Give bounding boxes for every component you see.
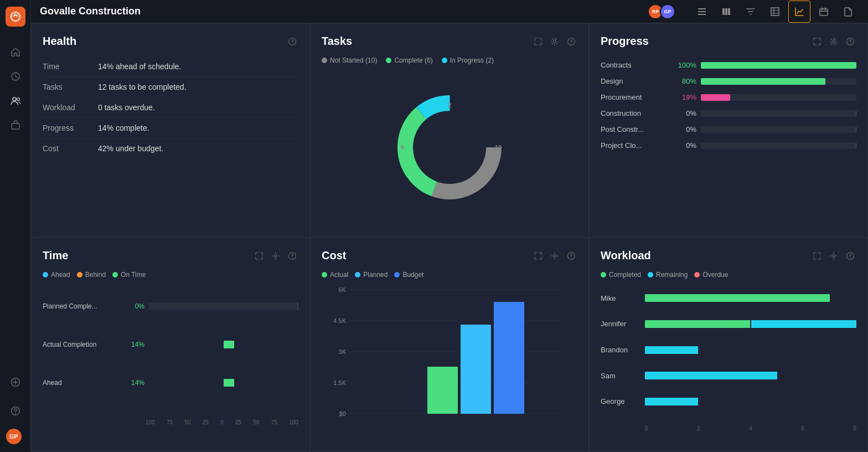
calendar-icon[interactable] [813, 1, 835, 23]
svg-rect-47 [461, 325, 491, 414]
avatar-gp[interactable]: GP [660, 4, 675, 19]
progress-rows: Contracts 100% Design 80% Procurement 19… [601, 56, 856, 157]
cost-legend: Actual Planned Budget [322, 271, 577, 279]
filter-icon[interactable] [740, 1, 762, 23]
workload-chart: Mike Jennifer Brandon [601, 285, 856, 440]
health-help-icon[interactable] [286, 35, 298, 48]
workload-expand-icon[interactable] [811, 250, 823, 262]
svg-point-35 [571, 258, 572, 259]
progress-project-close: Project Clo... 0% [601, 141, 856, 150]
sidebar-item-home[interactable] [6, 42, 25, 62]
workload-title: Workload [601, 249, 651, 262]
document-icon[interactable] [837, 1, 859, 23]
table-view-icon[interactable] [764, 1, 786, 23]
topbar: Govalle Construction RP GP [31, 0, 868, 23]
svg-rect-46 [427, 367, 458, 414]
cost-legend-actual: Actual [322, 271, 348, 279]
svg-point-20 [571, 43, 572, 44]
time-settings-icon[interactable] [270, 250, 282, 262]
svg-point-29 [850, 43, 851, 44]
tasks-header: Tasks [322, 35, 577, 48]
progress-help-icon[interactable] [844, 35, 856, 48]
cost-panel: Cost Actual [310, 238, 589, 452]
svg-point-49 [833, 254, 835, 257]
workload-legend-completed: Completed [601, 271, 641, 279]
time-legend-behind: Behind [77, 271, 106, 279]
cost-header: Cost [322, 249, 577, 262]
health-row-time: Time 14% ahead of schedule. [43, 56, 298, 77]
sidebar-item-add[interactable] [6, 372, 25, 392]
columns-view-icon[interactable] [715, 1, 737, 23]
tasks-expand-icon[interactable] [532, 35, 544, 48]
page-title: Govalle Construction [40, 6, 644, 17]
sidebar-item-help[interactable] [6, 401, 25, 421]
svg-point-0 [11, 12, 20, 21]
avatar-group: RP GP [651, 4, 675, 19]
tasks-panel: Tasks Not Started (10) [310, 23, 589, 238]
user-avatar[interactable]: GP [5, 428, 23, 445]
workload-settings-icon[interactable] [828, 250, 840, 262]
svg-text:6: 6 [401, 144, 404, 151]
svg-text:4.5K: 4.5K [333, 317, 346, 324]
progress-contracts: Contracts 100% [601, 61, 856, 69]
time-actions [253, 250, 298, 262]
svg-rect-4 [12, 124, 19, 129]
time-expand-icon[interactable] [253, 250, 265, 262]
svg-rect-11 [722, 8, 725, 15]
workload-mike: Mike [601, 294, 856, 302]
sidebar-item-people[interactable] [6, 91, 25, 111]
time-row-ahead: Ahead 14% [43, 379, 298, 387]
main-content: Govalle Construction RP GP [31, 0, 868, 452]
dashboard-icon[interactable] [788, 1, 810, 23]
workload-george: George [601, 397, 856, 405]
svg-point-27 [833, 40, 835, 43]
cost-help-icon[interactable] [565, 250, 577, 262]
workload-legend-remaining: Remaining [648, 271, 688, 279]
health-header: Health [43, 35, 298, 48]
time-header: Time [43, 249, 298, 262]
time-legend-on-time: On Time [112, 271, 146, 279]
time-row-actual: Actual Completion 14% [43, 341, 298, 348]
workload-actions [811, 250, 856, 262]
health-row-cost: Cost 42% under budget. [43, 138, 298, 158]
svg-point-18 [554, 40, 556, 43]
workload-x-axis: 0 2 4 6 8 [601, 425, 856, 432]
time-legend: Ahead Behind On Time [43, 271, 298, 279]
progress-settings-icon[interactable] [828, 35, 840, 48]
svg-text:1.5K: 1.5K [333, 379, 346, 386]
tasks-donut-chart: 2 6 10 [322, 69, 577, 226]
cost-actions [532, 250, 577, 262]
tasks-actions [532, 35, 577, 48]
time-help-icon[interactable] [286, 250, 298, 262]
svg-rect-15 [820, 9, 828, 16]
cost-expand-icon[interactable] [532, 250, 544, 262]
time-legend-ahead: Ahead [43, 271, 70, 279]
sidebar-item-history[interactable] [6, 66, 25, 86]
svg-point-17 [292, 43, 293, 44]
health-actions [286, 35, 298, 48]
workload-legend-overdue: Overdue [694, 271, 728, 279]
health-panel: Health Time 14% ahead of schedule. Tasks… [31, 23, 310, 238]
health-row-workload: Workload 0 tasks overdue. [43, 97, 298, 118]
sidebar: GP [0, 0, 31, 452]
svg-text:3K: 3K [339, 348, 347, 355]
svg-text:$0: $0 [339, 410, 346, 417]
cost-legend-budget: Budget [394, 271, 423, 279]
app-logo[interactable] [6, 7, 25, 27]
list-view-icon[interactable] [691, 1, 713, 23]
svg-rect-10 [698, 14, 706, 15]
workload-brandon: Brandon [601, 346, 856, 354]
workload-help-icon[interactable] [844, 250, 856, 262]
progress-expand-icon[interactable] [811, 35, 823, 48]
time-panel: Time Ahead [31, 238, 310, 452]
workload-legend: Completed Remaining Overdue [601, 271, 856, 279]
sidebar-item-briefcase[interactable] [6, 115, 25, 135]
svg-rect-14 [771, 8, 779, 16]
tasks-help-icon[interactable] [565, 35, 577, 48]
tasks-settings-icon[interactable] [549, 35, 561, 48]
svg-point-7 [15, 413, 16, 414]
svg-point-30 [275, 254, 277, 257]
progress-title: Progress [601, 35, 649, 48]
workload-jennifer: Jennifer [601, 320, 856, 328]
cost-settings-icon[interactable] [549, 250, 561, 262]
